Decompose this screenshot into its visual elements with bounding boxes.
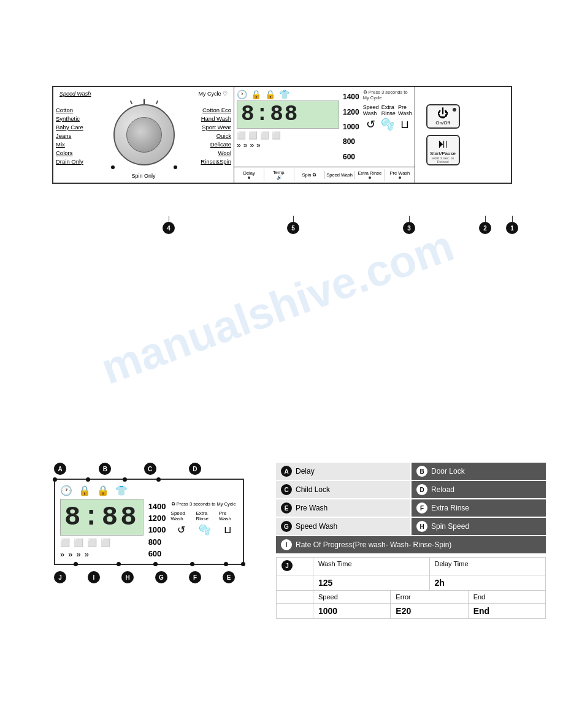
legend-cell-C: C Child Lock (276, 481, 410, 498)
legend-row-EF: E Pre Wash F Extra Rinse (276, 499, 546, 517)
cycle-left-2[interactable]: Baby Care (56, 124, 106, 131)
legend-label-C: Child Lock (296, 485, 330, 494)
speed-label: Speed (318, 593, 338, 601)
corner-dot-top-2 (86, 477, 90, 482)
speed-800: 800 (343, 137, 359, 146)
cycle-left-3[interactable]: Jeans (56, 132, 106, 139)
cycle-left-5[interactable]: Colors (56, 150, 106, 156)
disp-arrow-3: » (76, 550, 80, 559)
legend-cell-H: H Spin Speed (412, 518, 546, 535)
legend-bottom-value-row1: 125 2h (277, 575, 545, 591)
disp-mid-icons: ⬜ ⬜ ⬜ ⬜ (60, 538, 144, 547)
display-panel: 🕐 🔒 🔒 👕 8:88 ⬜ ⬜ ⬜ ⬜ » » (234, 87, 415, 183)
cycle-right-3[interactable]: Quick (182, 132, 231, 139)
corner-dot-bl-4 (190, 562, 194, 566)
callout-J: J (54, 571, 66, 583)
cycle-knob[interactable] (113, 104, 175, 165)
arrow-icon-4: » (256, 141, 261, 150)
cycle-left-4[interactable]: Mix (56, 141, 106, 148)
cycle-right-2[interactable]: Sport Wear (182, 124, 231, 131)
callout-5: 5 (287, 222, 299, 234)
legend-label-D: Reload (431, 485, 454, 494)
cycle-left-0[interactable]: Cotton (56, 107, 106, 113)
pre-wash-button-label: Pre Wash (390, 170, 410, 176)
pre-wash-button[interactable]: Pre Wash (385, 169, 415, 181)
extra-rinse-button[interactable]: Extra Rinse (355, 169, 385, 181)
cycle-right-0[interactable]: Cotton Eco (182, 107, 231, 113)
legend-delay-time-header: Delay Time (430, 558, 546, 575)
corner-dot-top-3 (123, 477, 127, 482)
legend-cell-I: I Rate Of Progress(Pre wash- Wash- Rinse… (276, 536, 546, 553)
cycle-selector: Speed Wash My Cycle ♡ Cotton Synthetic B… (53, 87, 234, 183)
onoff-button[interactable]: ⏻ On/Off (426, 104, 460, 129)
disp-speed-600: 600 (148, 549, 166, 558)
letter-callouts-top: A B C D (54, 463, 201, 475)
delay-button-label: Delay (243, 170, 255, 176)
disp-speed-1200: 1200 (148, 514, 166, 523)
legend-bottom-header-row: J Wash Time Delay Time (277, 558, 545, 575)
cycle-knob-inner (126, 117, 162, 153)
disp-arrow-2: » (68, 550, 72, 559)
icon-3: ⬜ (260, 131, 269, 140)
led-dot (453, 108, 456, 112)
disp-my-cycle: ♻ Press 3 seconds to My Cycle Speed Wash… (171, 499, 238, 559)
start-pause-label: Start/Pause (430, 151, 456, 156)
disp-childlock-icon: 🔒 (97, 485, 109, 496)
end-value-text: End (473, 606, 489, 616)
corner-dot-bl-2 (117, 562, 121, 566)
display-bottom-buttons: Delay Temp. 🔊 Spin ♻ Speed Wash Extra Ri… (234, 167, 415, 183)
corner-dot-bl-1 (74, 562, 78, 566)
delay-icon: 🕐 (237, 89, 247, 99)
legend-row-AB: A Delay B Door Lock (276, 463, 546, 480)
corner-dot-top-4 (156, 477, 161, 482)
end-label: End (473, 593, 486, 601)
legend-cell-F: F Extra Rinse (412, 499, 546, 517)
legend-letter-H: H (416, 521, 427, 532)
cycle-right-5[interactable]: Wool (182, 150, 231, 156)
spin-button[interactable]: Spin ♻ (294, 171, 324, 179)
legend-spacer-2 (277, 591, 313, 603)
disp-mid-2: ⬜ (74, 538, 83, 547)
disp-icons-top-row: 🕐 🔒 🔒 👕 (60, 485, 170, 496)
corner-dot-br (241, 562, 245, 566)
speed-wash-mc-icon: ↺ (366, 118, 375, 131)
cycle-labels-right: Cotton Eco Hand Wash Sport Wear Quick De… (182, 105, 231, 165)
legend-cell-E: E Pre Wash (276, 499, 410, 517)
display-icons-top: 🕐 🔒 🔒 👕 (237, 89, 339, 99)
start-pause-button[interactable]: ⏯ Start/Pause Hold 3 sec. to Reload (426, 135, 460, 165)
delay-button[interactable]: Delay (234, 169, 264, 181)
digital-display: 8:88 (237, 100, 339, 129)
legend-bottom-header-row2: Speed Error End (277, 591, 545, 604)
legend-letter-A: A (281, 466, 292, 477)
speed-wash-mc-label: Speed Wash (363, 104, 381, 116)
speed-600: 600 (343, 153, 359, 161)
cycle-right-1[interactable]: Hand Wash (182, 115, 231, 122)
cycle-left-6[interactable]: Drain Only (56, 158, 106, 165)
cycle-right-4[interactable]: Delicate (182, 141, 231, 148)
legend-letter-E: E (281, 502, 292, 514)
speed-wash-button[interactable]: Speed Wash (325, 171, 355, 179)
speed-numbers: 1400 1200 1000 800 600 (342, 87, 361, 167)
start-pause-sub: Hold 3 sec. to Reload (427, 156, 459, 164)
legend-wash-time-value: 125 (313, 575, 430, 590)
delay-time-value-text: 2h (435, 578, 445, 588)
child-lock-icon: 🔒 (265, 89, 275, 99)
legend-error-value: E20 (391, 604, 468, 618)
cycle-right-6[interactable]: Rinse&Spin (182, 158, 231, 165)
legend-letter-F: F (416, 502, 427, 514)
cycle-labels-left: Cotton Synthetic Baby Care Jeans Mix Col… (56, 105, 106, 165)
temp-button-label: Temp. (273, 170, 285, 175)
legend-J-header: J (277, 558, 313, 575)
temp-button[interactable]: Temp. 🔊 (264, 169, 294, 181)
cycle-left-1[interactable]: Synthetic (56, 115, 106, 122)
disp-shirt-icon: 👕 (115, 485, 128, 496)
my-cycle-area: ♻ Press 3 seconds to My Cycle Speed Wash… (361, 87, 415, 167)
watermark: manualshive.com (94, 220, 460, 394)
display-diagram: A B C D 🕐 🔒 🔒 👕 8:88 (37, 463, 264, 619)
wash-time-label: Wash Time (318, 560, 352, 567)
disp-digital: 8:88 (60, 499, 144, 536)
disp-prewash-label: Pre Wash (219, 510, 238, 521)
legend-end-header: End (469, 591, 545, 603)
callout-dot-4-anchor (111, 165, 115, 169)
disp-pw-icon: ⊔ (224, 524, 231, 536)
